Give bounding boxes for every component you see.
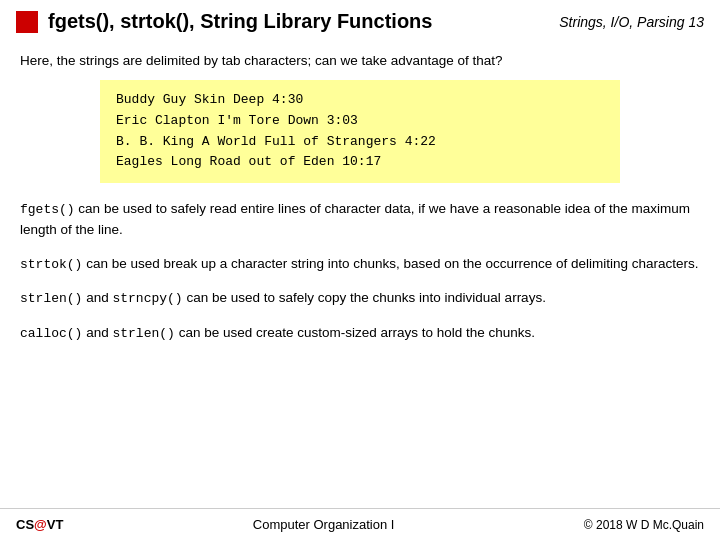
fgets-code: fgets() <box>20 202 75 217</box>
footer-course: Computer Organization I <box>253 517 395 532</box>
strncpy-text: can be used to safely copy the chunks in… <box>183 290 546 305</box>
code-line-1: Buddy Guy Skin Deep 4:30 <box>116 90 604 111</box>
fgets-text: can be used to safely read entire lines … <box>20 201 690 237</box>
strtok-text: can be used break up a character string … <box>82 256 698 271</box>
slide: fgets(), strtok(), String Library Functi… <box>0 0 720 540</box>
section-fgets: fgets() can be used to safely read entir… <box>20 199 700 240</box>
footer-at: @ <box>34 517 47 532</box>
code-line-2: Eric Clapton I'm Tore Down 3:03 <box>116 111 604 132</box>
footer-logo: CS@VT <box>16 517 63 532</box>
strtok-code: strtok() <box>20 257 82 272</box>
slide-subtitle: Strings, I/O, Parsing 13 <box>559 14 704 30</box>
calloc-text: can be used create custom-sized arrays t… <box>175 325 535 340</box>
footer-cs: CS <box>16 517 34 532</box>
strncpy-code: strncpy() <box>112 291 182 306</box>
section-calloc-strlen: calloc() and strlen() can be used create… <box>20 323 700 344</box>
section-strlen-strncpy: strlen() and strncpy() can be used to sa… <box>20 288 700 309</box>
section-strtok: strtok() can be used break up a characte… <box>20 254 700 275</box>
calloc-strlen-code: strlen() <box>112 326 174 341</box>
footer-copyright: © 2018 W D Mc.Quain <box>584 518 704 532</box>
header: fgets(), strtok(), String Library Functi… <box>0 0 720 41</box>
slide-title: fgets(), strtok(), String Library Functi… <box>48 10 559 33</box>
calloc-and: and <box>82 325 112 340</box>
red-block-icon <box>16 11 38 33</box>
code-example-box: Buddy Guy Skin Deep 4:30 Eric Clapton I'… <box>100 80 620 183</box>
intro-text: Here, the strings are delimited by tab c… <box>20 53 700 68</box>
footer-vt: VT <box>47 517 64 532</box>
code-line-3: B. B. King A World Full of Strangers 4:2… <box>116 132 604 153</box>
code-line-4: Eagles Long Road out of Eden 10:17 <box>116 152 604 173</box>
strlen-and: and <box>82 290 112 305</box>
strlen-code: strlen() <box>20 291 82 306</box>
content-area: Here, the strings are delimited by tab c… <box>0 41 720 508</box>
calloc-code: calloc() <box>20 326 82 341</box>
footer: CS@VT Computer Organization I © 2018 W D… <box>0 508 720 540</box>
